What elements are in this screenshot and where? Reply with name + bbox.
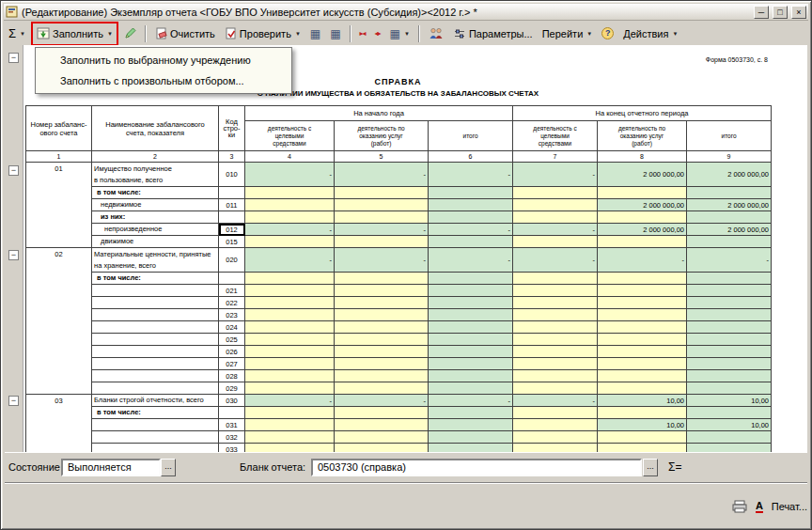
value-cell[interactable]: -	[335, 224, 429, 236]
value-cell[interactable]: 2 000 000,00	[687, 163, 772, 187]
name-cell[interactable]	[92, 334, 219, 346]
value-cell[interactable]	[335, 211, 429, 224]
value-cell[interactable]	[513, 273, 598, 285]
clear-button[interactable]: Очистить	[151, 23, 219, 44]
group-collapse-button[interactable]: −	[8, 250, 19, 260]
value-cell[interactable]: -	[598, 248, 687, 273]
value-cell[interactable]	[429, 444, 513, 453]
value-cell[interactable]	[513, 321, 598, 334]
value-cell[interactable]	[335, 358, 429, 370]
value-cell[interactable]	[598, 211, 687, 224]
value-cell[interactable]	[429, 199, 513, 211]
value-cell[interactable]	[598, 370, 687, 382]
value-cell[interactable]: -	[245, 248, 335, 273]
name-cell[interactable]: в том числе:	[92, 273, 219, 285]
value-cell[interactable]	[687, 407, 772, 419]
code-cell[interactable]: 021	[219, 285, 245, 297]
value-cell[interactable]	[429, 346, 513, 358]
name-cell[interactable]	[92, 370, 219, 382]
value-cell[interactable]: -	[429, 395, 513, 407]
name-cell[interactable]: Материальные ценности, принятыена хранен…	[92, 248, 219, 273]
code-cell[interactable]: 030	[219, 395, 245, 407]
code-cell[interactable]	[219, 407, 245, 419]
account-cell[interactable]: 01	[26, 163, 92, 248]
value-cell[interactable]	[245, 431, 335, 444]
name-cell[interactable]	[92, 297, 219, 309]
code-cell[interactable]: 011	[219, 199, 245, 211]
name-cell[interactable]	[92, 431, 219, 444]
menu-item-fill-custom-selection[interactable]: Заполнить с произвольным отбором...	[36, 70, 291, 91]
value-cell[interactable]	[598, 273, 687, 285]
value-cell[interactable]	[245, 407, 335, 419]
fill-button[interactable]: Заполнить ▼	[33, 23, 117, 44]
value-cell[interactable]	[598, 346, 687, 358]
value-cell[interactable]	[429, 358, 513, 370]
expand-groups-button[interactable]: ◂▸	[371, 23, 384, 44]
value-cell[interactable]	[335, 321, 429, 334]
value-cell[interactable]	[687, 273, 772, 285]
value-cell[interactable]	[245, 370, 335, 382]
value-cell[interactable]: 2 000 000,00	[598, 199, 687, 211]
goto-button[interactable]: Перейти ▼	[539, 23, 597, 44]
value-cell[interactable]	[598, 444, 687, 453]
value-cell[interactable]	[513, 236, 598, 248]
name-cell[interactable]	[92, 285, 219, 297]
value-cell[interactable]	[335, 285, 429, 297]
name-cell[interactable]	[92, 444, 219, 453]
value-cell[interactable]	[598, 236, 687, 248]
value-cell[interactable]	[513, 187, 598, 199]
code-cell[interactable]: 033	[219, 444, 245, 453]
name-cell[interactable]	[92, 321, 219, 334]
value-cell[interactable]	[335, 187, 429, 199]
value-cell[interactable]: 2 000 000,00	[687, 199, 772, 211]
code-cell[interactable]: 027	[219, 358, 245, 370]
group-collapse-button[interactable]: −	[8, 53, 19, 63]
value-cell[interactable]	[598, 334, 687, 346]
value-cell[interactable]	[598, 285, 687, 297]
name-cell[interactable]: из них:	[92, 211, 219, 224]
value-cell[interactable]	[245, 321, 335, 334]
value-cell[interactable]	[687, 211, 772, 224]
actions-button[interactable]: Действия ▼	[619, 23, 681, 44]
value-cell[interactable]	[513, 211, 598, 224]
value-cell[interactable]	[687, 321, 772, 334]
value-cell[interactable]	[429, 370, 513, 382]
value-cell[interactable]	[598, 358, 687, 370]
code-cell[interactable]: 023	[219, 309, 245, 321]
show-grid-button[interactable]: ▦	[326, 23, 344, 44]
account-cell[interactable]: 02	[26, 248, 92, 395]
responsible-persons-button[interactable]	[425, 23, 447, 44]
value-cell[interactable]	[245, 309, 335, 321]
value-cell[interactable]	[335, 419, 429, 431]
value-cell[interactable]	[687, 358, 772, 370]
value-cell[interactable]	[598, 297, 687, 309]
code-cell[interactable]: 028	[219, 370, 245, 382]
name-cell[interactable]: Бланки строгой отчетности, всего	[92, 395, 219, 407]
code-cell[interactable]: 020	[219, 248, 245, 273]
value-cell[interactable]: -	[335, 163, 429, 187]
value-cell[interactable]	[513, 297, 598, 309]
value-cell[interactable]	[513, 285, 598, 297]
name-cell[interactable]: Имущество полученноев пользование, всего	[92, 163, 219, 187]
name-cell[interactable]: в том числе:	[92, 407, 219, 419]
code-cell[interactable]: 015	[219, 236, 245, 248]
value-cell[interactable]	[513, 370, 598, 382]
value-cell[interactable]: 10,00	[687, 395, 772, 407]
report-blank-more-button[interactable]: ...	[643, 459, 658, 476]
value-cell[interactable]: -	[513, 163, 598, 187]
table-options-button[interactable]: ▦ ▼	[386, 23, 414, 44]
close-button[interactable]: ×	[791, 6, 806, 19]
value-cell[interactable]	[245, 285, 335, 297]
code-cell[interactable]: 022	[219, 297, 245, 309]
code-cell[interactable]: 025	[219, 334, 245, 346]
menu-item-fill-selected-institution[interactable]: Заполнить по выбранному учреждению	[36, 50, 291, 70]
report-blank-field[interactable]: 0503730 (справка)	[311, 459, 642, 476]
value-cell[interactable]	[245, 211, 335, 224]
value-cell[interactable]: 2 000 000,00	[598, 224, 687, 236]
value-cell[interactable]: -	[513, 395, 598, 407]
value-cell[interactable]: -	[687, 248, 772, 273]
value-cell[interactable]	[429, 187, 513, 199]
value-cell[interactable]	[687, 382, 772, 395]
value-cell[interactable]	[245, 358, 335, 370]
report-sheet[interactable]: Форма 0503730, с. 8 СПРАВКА О НАЛИЧИИ ИМ…	[23, 45, 807, 452]
